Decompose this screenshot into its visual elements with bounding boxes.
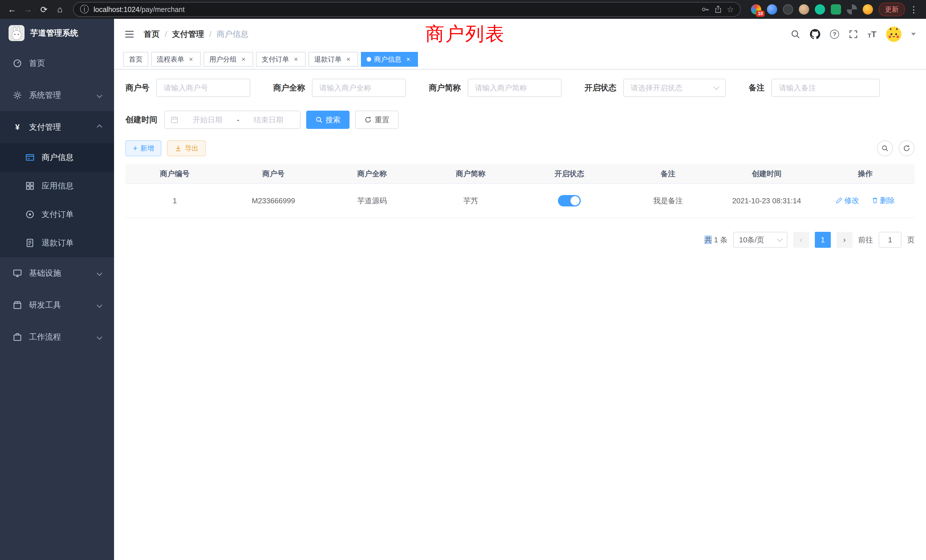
sidebar-toggle-icon[interactable]: [124, 29, 135, 39]
page-size-select[interactable]: 10条/页: [733, 232, 787, 248]
add-button[interactable]: + 新增: [126, 140, 161, 156]
merchant-no-label: 商户号: [126, 82, 150, 93]
sidebar-item-app-info[interactable]: 应用信息: [0, 172, 114, 200]
create-time-range-picker[interactable]: 开始日期 - 结束日期: [164, 110, 301, 129]
goto-suffix: 页: [907, 235, 915, 245]
user-avatar[interactable]: [886, 27, 902, 42]
sidebar-item-system[interactable]: 系统管理: [0, 79, 114, 111]
refresh-button[interactable]: [899, 140, 915, 156]
breadcrumb-current: 商户信息: [217, 29, 249, 39]
reload-icon[interactable]: ⟳: [36, 2, 51, 17]
breadcrumb-payment[interactable]: 支付管理: [172, 29, 204, 39]
sidebar-item-infrastructure[interactable]: 基础设施: [0, 257, 114, 289]
url-text: localhost:1024/pay/merchant: [94, 5, 696, 14]
home-icon[interactable]: ⌂: [53, 2, 67, 17]
tab-refund-orders[interactable]: 退款订单×: [309, 52, 358, 67]
prev-page-button[interactable]: ‹: [793, 232, 809, 248]
extension-pinwheel-icon[interactable]: [847, 4, 857, 15]
extension-green-square-icon[interactable]: [831, 4, 841, 15]
extension-emoji-avatar-icon[interactable]: [863, 4, 873, 15]
edit-link-label: 修改: [844, 195, 859, 206]
app-grid-icon: [25, 181, 35, 191]
info-icon[interactable]: ⓘ: [80, 3, 89, 16]
sidebar-item-label: 系统管理: [29, 90, 61, 101]
share-icon[interactable]: [714, 5, 722, 14]
tab-merchant-info[interactable]: 商户信息×: [361, 52, 418, 67]
font-size-icon[interactable]: TT: [867, 30, 876, 38]
merchant-short-input[interactable]: [468, 79, 561, 97]
fullscreen-icon[interactable]: [849, 30, 858, 39]
close-icon[interactable]: ×: [187, 55, 195, 63]
extension-avatar-icon[interactable]: [799, 4, 809, 15]
tab-pay-orders[interactable]: 支付订单×: [256, 52, 306, 67]
merchant-name-input[interactable]: [312, 79, 406, 97]
extension-blue-pin-icon[interactable]: [767, 4, 777, 15]
extension-colorful-icon[interactable]: 10: [751, 4, 761, 15]
tab-process-form[interactable]: 流程表单×: [151, 52, 201, 67]
close-icon[interactable]: ×: [404, 55, 412, 63]
chevron-down-icon: [97, 302, 102, 308]
sidebar-item-payment[interactable]: ¥ 支付管理: [0, 111, 114, 143]
delete-link[interactable]: 删除: [872, 195, 895, 206]
question-icon: ?: [830, 30, 839, 39]
key-icon[interactable]: [701, 5, 710, 14]
cell-actions: 修改 删除: [816, 184, 915, 218]
goto-page-input[interactable]: [879, 232, 902, 248]
sidebar-item-refund-orders[interactable]: 退款订单: [0, 229, 114, 257]
browser-update-button[interactable]: 更新: [879, 3, 905, 16]
extension-green-circle-icon[interactable]: [815, 4, 825, 15]
logo-rabbit-icon: [9, 25, 24, 41]
extension-badge: 10: [756, 11, 765, 17]
sidebar-payment-section: ¥ 支付管理 商户信息 应用信息 支付订单 退款订单: [0, 111, 114, 257]
breadcrumb-home[interactable]: 首页: [144, 29, 160, 39]
status-label: 开启状态: [584, 82, 616, 93]
total-suffix: 条: [720, 236, 728, 244]
close-icon[interactable]: ×: [292, 55, 300, 63]
github-icon[interactable]: [810, 29, 820, 39]
merchant-table: 商户编号 商户号 商户全称 商户简称 开启状态 备注 创建时间 操作 1 M23…: [126, 164, 915, 218]
url-bar[interactable]: ⓘ localhost:1024/pay/merchant ☆: [73, 2, 741, 17]
sidebar-item-merchant-info[interactable]: 商户信息: [0, 143, 114, 172]
next-page-button[interactable]: ›: [837, 232, 852, 248]
sidebar-item-home[interactable]: 首页: [0, 47, 114, 79]
goto-label: 前往: [858, 235, 873, 245]
tab-label: 流程表单: [157, 55, 184, 64]
browser-menu-icon[interactable]: ⋮: [906, 5, 921, 15]
tab-label: 支付订单: [262, 55, 289, 64]
search-icon[interactable]: [791, 29, 800, 39]
status-select[interactable]: 请选择开启状态: [623, 79, 726, 97]
bookmark-star-icon[interactable]: ☆: [727, 5, 734, 14]
logo[interactable]: 芋道管理系统: [0, 19, 114, 47]
help-icon[interactable]: ?: [830, 30, 839, 39]
sidebar-item-pay-orders[interactable]: 支付订单: [0, 200, 114, 229]
remark-input[interactable]: [772, 79, 880, 97]
sidebar-item-workflow[interactable]: 工作流程: [0, 321, 114, 353]
pagination: 共 1 条 10条/页 ‹ 1 › 前往 页: [126, 232, 915, 248]
close-icon[interactable]: ×: [344, 55, 353, 63]
date-start-placeholder[interactable]: 开始日期: [182, 115, 233, 125]
active-dot: [367, 57, 371, 62]
date-end-placeholder[interactable]: 结束日期: [243, 115, 294, 125]
extension-dark-icon[interactable]: [783, 4, 793, 15]
sidebar-item-devtools[interactable]: 研发工具: [0, 289, 114, 321]
status-toggle[interactable]: [558, 195, 581, 206]
back-icon[interactable]: ←: [5, 2, 20, 17]
export-button[interactable]: 导出: [167, 140, 206, 156]
sidebar-item-label: 支付订单: [42, 209, 74, 220]
tab-label: 退款订单: [314, 55, 342, 64]
reset-button[interactable]: 重置: [355, 110, 399, 129]
calendar-icon: [171, 116, 179, 124]
edit-link[interactable]: 修改: [836, 195, 859, 206]
forward-icon[interactable]: →: [21, 2, 35, 17]
cell-create-time: 2021-10-23 08:31:14: [717, 184, 816, 218]
close-icon[interactable]: ×: [239, 55, 247, 63]
merchant-no-input[interactable]: [156, 79, 250, 97]
page-number-1[interactable]: 1: [815, 232, 831, 248]
search-button[interactable]: 搜索: [306, 110, 350, 129]
gear-icon: [12, 90, 22, 100]
show-search-button[interactable]: [877, 140, 893, 156]
tab-user-group[interactable]: 用户分组×: [204, 52, 253, 67]
avatar-caret-icon[interactable]: [911, 33, 916, 36]
tab-home[interactable]: 首页: [123, 52, 148, 67]
status-select-placeholder: 请选择开启状态: [631, 83, 682, 93]
